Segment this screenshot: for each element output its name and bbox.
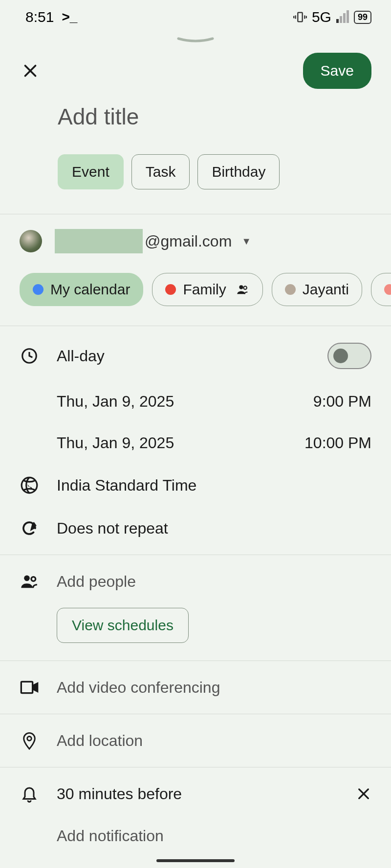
allday-label: All-day <box>57 347 310 365</box>
sheet-grabber[interactable] <box>0 37 391 44</box>
location-label: Add location <box>57 732 371 750</box>
calendar-chip-partial[interactable]: My D <box>371 273 391 306</box>
end-time[interactable]: 10:00 PM <box>304 434 371 452</box>
avatar <box>20 230 42 252</box>
globe-icon <box>20 475 39 495</box>
svg-point-8 <box>243 286 247 289</box>
svg-point-7 <box>239 285 243 289</box>
calendar-color-dot <box>384 284 391 295</box>
calendar-chip-my-calendar[interactable]: My calendar <box>20 273 143 306</box>
svg-rect-13 <box>21 682 32 693</box>
repeat-label: Does not repeat <box>57 519 371 537</box>
event-type-chips: Event Task Birthday <box>0 145 391 214</box>
save-button[interactable]: Save <box>303 53 371 89</box>
type-chip-task[interactable]: Task <box>131 154 190 189</box>
shared-icon <box>236 283 250 296</box>
close-icon[interactable] <box>20 60 41 82</box>
svg-rect-0 <box>298 13 302 22</box>
timezone-label: India Standard Time <box>57 476 371 495</box>
end-datetime-row: Thu, Jan 9, 2025 10:00 PM <box>0 422 391 464</box>
type-chip-birthday[interactable]: Birthday <box>197 154 280 189</box>
battery-icon: 99 <box>354 11 371 24</box>
vibrate-icon <box>293 10 307 24</box>
allday-toggle[interactable] <box>327 343 371 369</box>
calendar-color-dot <box>165 284 176 295</box>
svg-point-11 <box>24 576 30 581</box>
allday-row: All-day <box>0 326 391 381</box>
calendar-chip-label: My calendar <box>50 281 130 298</box>
status-time: 8:51 <box>25 9 54 25</box>
start-datetime-row: Thu, Jan 9, 2025 9:00 PM <box>0 381 391 422</box>
add-notification-row[interactable]: Add notification <box>0 815 391 857</box>
svg-marker-14 <box>33 683 38 692</box>
timezone-row[interactable]: India Standard Time <box>0 464 391 507</box>
calendar-chips: My calendar Family Jayanti My D <box>0 265 391 326</box>
svg-point-12 <box>31 577 36 581</box>
start-time[interactable]: 9:00 PM <box>313 393 371 411</box>
svg-point-15 <box>27 737 32 741</box>
title-input[interactable] <box>58 103 371 130</box>
clock-icon <box>20 346 39 366</box>
video-conferencing-row[interactable]: Add video conferencing <box>0 661 391 714</box>
calendar-chip-jayanti[interactable]: Jayanti <box>272 273 362 306</box>
notification-label: 30 minutes before <box>57 785 338 803</box>
add-people-label: Add people <box>57 573 371 591</box>
location-icon <box>20 731 39 750</box>
end-date[interactable]: Thu, Jan 9, 2025 <box>57 434 174 452</box>
calendar-color-dot <box>33 284 43 295</box>
account-selector[interactable]: @gmail.com ▼ <box>0 214 391 265</box>
video-label: Add video conferencing <box>57 679 371 697</box>
chevron-down-icon: ▼ <box>241 236 251 247</box>
location-row[interactable]: Add location <box>0 714 391 767</box>
start-date[interactable]: Thu, Jan 9, 2025 <box>57 393 174 411</box>
email-domain: @gmail.com <box>145 232 232 250</box>
remove-notification-icon[interactable] <box>356 786 371 802</box>
calendar-color-dot <box>285 284 296 295</box>
repeat-icon <box>20 518 39 538</box>
type-chip-event[interactable]: Event <box>58 154 124 189</box>
terminal-icon: >_ <box>62 9 77 25</box>
calendar-chip-label: Jayanti <box>303 281 349 298</box>
top-bar: Save <box>0 48 391 94</box>
calendar-chip-label: Family <box>183 281 226 298</box>
repeat-row[interactable]: Does not repeat <box>0 507 391 555</box>
view-schedules-button[interactable]: View schedules <box>57 608 189 643</box>
bell-icon <box>20 784 39 804</box>
calendar-chip-family[interactable]: Family <box>152 273 262 306</box>
home-indicator[interactable] <box>156 859 235 862</box>
notification-row[interactable]: 30 minutes before <box>0 767 391 815</box>
video-icon <box>20 678 39 697</box>
status-network: 5G <box>312 9 331 25</box>
add-people-row[interactable]: Add people <box>0 555 391 603</box>
email-redacted <box>55 229 143 253</box>
status-bar: 8:51 >_ 5G 99 <box>0 0 391 34</box>
people-icon <box>20 572 39 591</box>
svg-point-10 <box>22 477 37 493</box>
signal-icon <box>336 11 349 23</box>
